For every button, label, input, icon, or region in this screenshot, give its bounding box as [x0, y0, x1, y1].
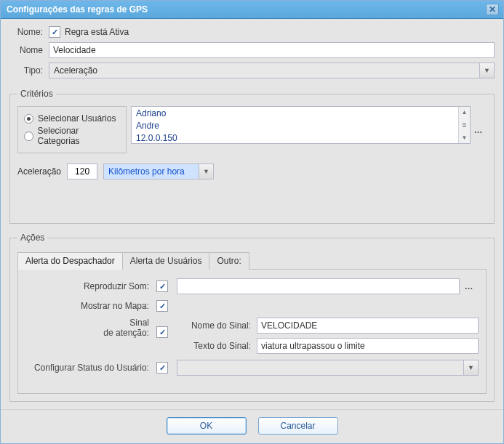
tab-dispatcher-alert[interactable]: Alerta do Despachador [17, 252, 123, 270]
label-play-sound: Reproduzir Som: [25, 281, 156, 291]
dialog-body: Nome: Regra está Ativa Nome Tipo: Aceler… [1, 19, 503, 409]
play-sound-input[interactable] [177, 278, 460, 294]
row-name: Nome [9, 42, 495, 58]
signal-subpanel: Nome do Sinal: Texto do Sinal: [177, 318, 479, 354]
cancel-button[interactable]: Cancelar [258, 417, 338, 435]
ok-button-label: OK [200, 421, 212, 431]
scroll-down-icon[interactable]: ▼ [459, 132, 470, 143]
label-signal-line2: de atenção: [103, 328, 149, 338]
signal-name-input[interactable] [257, 318, 479, 334]
unit-combo[interactable]: Kilômetros por hora ▼ [103, 164, 214, 179]
type-combo-text: Aceleração [49, 65, 479, 76]
acceleration-row: Aceleração Kilômetros por hora ▼ [17, 164, 487, 179]
active-checkbox[interactable] [49, 26, 60, 38]
label-name-top: Nome: [9, 27, 49, 37]
label-user-status: Configurar Status do Usuário: [25, 363, 156, 373]
listbox-items: Adriano Andre 12.0.0.150 [132, 107, 458, 143]
name-input[interactable] [49, 42, 495, 58]
button-bar: OK Cancelar [1, 409, 503, 443]
chevron-down-icon[interactable]: ▼ [479, 63, 494, 78]
user-status-combo[interactable]: ▼ [177, 360, 479, 376]
tab-label: Outro: [217, 256, 241, 266]
row-signal: Sinal de atenção: Nome do Sinal: Texto d… [25, 318, 479, 354]
close-button[interactable]: ✕ [486, 4, 499, 15]
radio-select-users[interactable]: Selecionar Usuários [24, 113, 120, 124]
radio-icon [24, 114, 33, 124]
row-type: Tipo: Aceleração ▼ [9, 62, 495, 78]
signal-checkbox[interactable] [156, 326, 168, 338]
label-type: Tipo: [9, 65, 49, 76]
criteria-spacer [17, 179, 487, 216]
listbox-scrollbar[interactable]: ▲ = ▼ [458, 107, 470, 143]
label-signal: Sinal de atenção: [25, 318, 156, 338]
list-item[interactable]: Andre [136, 120, 454, 132]
ok-button[interactable]: OK [167, 417, 247, 435]
play-sound-checkbox[interactable] [156, 280, 168, 292]
scroll-thumb[interactable]: = [459, 120, 470, 131]
list-item[interactable]: Adriano [136, 108, 454, 120]
type-combo[interactable]: Aceleração ▼ [49, 62, 495, 78]
row-signal-text: Texto do Sinal: [177, 338, 479, 354]
radio-icon [24, 132, 33, 141]
user-status-checkbox[interactable] [156, 362, 168, 374]
tab-label: Alerta do Despachador [25, 256, 115, 266]
radio-select-categories-label: Selecionar Categorias [38, 126, 120, 146]
row-show-map: Mostrar no Mapa: [25, 300, 479, 312]
cancel-button-label: Cancelar [280, 421, 315, 431]
window-title: Configurações das regras de GPS [7, 4, 148, 15]
radio-panel: Selecionar Usuários Selecionar Categoria… [17, 106, 127, 153]
acceleration-input[interactable] [67, 164, 97, 179]
label-signal-text: Texto do Sinal: [177, 341, 257, 351]
actions-group: Ações Alerta do Despachador Alerta de Us… [9, 233, 495, 402]
list-item[interactable]: 12.0.0.150 [136, 132, 454, 144]
active-checkbox-label: Regra está Ativa [65, 27, 129, 37]
criteria-legend: Critérios [17, 89, 56, 99]
signal-text-input[interactable] [257, 338, 479, 354]
play-sound-browse-button[interactable]: … [460, 281, 479, 291]
chevron-down-icon[interactable]: ▼ [463, 360, 478, 375]
criteria-top: Selecionar Usuários Selecionar Categoria… [17, 106, 487, 153]
tab-other[interactable]: Outro: [209, 252, 249, 270]
radio-select-categories[interactable]: Selecionar Categorias [24, 126, 120, 146]
scroll-up-icon[interactable]: ▲ [459, 107, 470, 118]
unit-combo-text: Kilômetros por hora [104, 164, 199, 179]
label-signal-line1: Sinal [129, 318, 149, 328]
chevron-down-icon[interactable]: ▼ [199, 164, 213, 179]
users-listbox[interactable]: Adriano Andre 12.0.0.150 ▲ = ▼ [131, 106, 471, 144]
dialog-window: Configurações das regras de GPS ✕ Nome: … [0, 0, 504, 444]
listbox-wrap: Adriano Andre 12.0.0.150 ▲ = ▼ … [131, 106, 487, 153]
acceleration-label: Aceleração [17, 166, 61, 177]
label-show-map: Mostrar no Mapa: [25, 301, 156, 311]
tab-label: Alerta de Usuários [130, 256, 202, 266]
row-play-sound: Reproduzir Som: … [25, 278, 479, 294]
criteria-group: Critérios Selecionar Usuários Selecionar… [9, 89, 495, 224]
row-active: Nome: Regra está Ativa [9, 26, 495, 38]
row-signal-name: Nome do Sinal: [177, 318, 479, 334]
show-map-checkbox[interactable] [156, 300, 168, 312]
radio-select-users-label: Selecionar Usuários [38, 113, 116, 124]
more-button[interactable]: … [471, 106, 487, 153]
tab-user-alert[interactable]: Alerta de Usuários [122, 252, 210, 270]
label-name: Nome [9, 45, 49, 55]
tab-panel-dispatcher: Reproduzir Som: … Mostrar no Mapa: Sinal… [17, 270, 487, 394]
actions-legend: Ações [17, 233, 47, 243]
titlebar: Configurações das regras de GPS ✕ [1, 1, 503, 19]
row-user-status: Configurar Status do Usuário: ▼ [25, 360, 479, 376]
tabs: Alerta do Despachador Alerta de Usuários… [17, 251, 487, 270]
label-signal-name: Nome do Sinal: [177, 320, 257, 331]
